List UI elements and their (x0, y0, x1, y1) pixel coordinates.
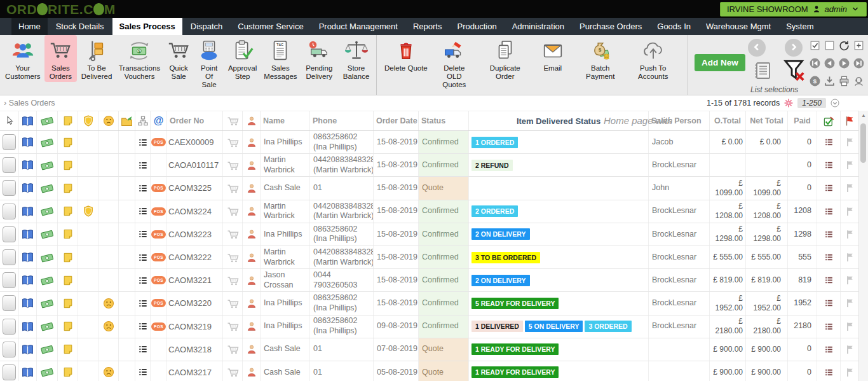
row-menu-icon[interactable] (824, 275, 834, 285)
toolbar-point-of-sale-button[interactable]: Point Of Sale (194, 35, 224, 91)
currency-icon[interactable] (808, 73, 822, 90)
order-lines-icon[interactable] (138, 367, 148, 377)
row-select-checkbox[interactable] (3, 226, 16, 242)
payment-icon[interactable] (39, 181, 55, 195)
download-icon[interactable] (822, 73, 836, 90)
row-select-checkbox[interactable] (3, 272, 16, 288)
row-select-checkbox[interactable] (3, 364, 16, 380)
list-selections-button[interactable] (752, 60, 772, 81)
row-menu-icon[interactable] (824, 137, 834, 147)
payment-icon[interactable] (39, 227, 55, 241)
first-page-icon[interactable] (808, 55, 822, 73)
select-all-checkbox-icon[interactable] (808, 38, 822, 55)
vertical-scrollbar[interactable]: ▲ (858, 111, 868, 381)
order-notes-icon[interactable] (21, 251, 34, 264)
order-notes-icon[interactable] (21, 320, 34, 333)
payment-icon[interactable] (39, 135, 55, 149)
scrollbar-up-arrow[interactable]: ▲ (859, 111, 868, 120)
nav-item-customer-service[interactable]: Customer Service (231, 18, 310, 35)
add-new-button[interactable]: Add New (695, 54, 745, 71)
order-lines-icon[interactable] (138, 160, 148, 170)
payment-icon[interactable] (39, 319, 55, 333)
order-number[interactable]: CAOM3217 (167, 368, 212, 377)
order-lines-icon[interactable] (138, 206, 148, 216)
order-lines-icon[interactable] (138, 321, 148, 331)
refresh-icon[interactable] (837, 38, 851, 55)
toolbar-sales-messages-button[interactable]: Sales Messages (261, 35, 299, 82)
note-icon[interactable] (62, 228, 74, 240)
flag-icon[interactable] (844, 183, 855, 193)
order-lines-icon[interactable] (138, 344, 148, 354)
flag-icon[interactable] (844, 160, 855, 170)
row-menu-icon[interactable] (824, 253, 834, 262)
flag-icon[interactable] (844, 321, 855, 332)
toolbar-sales-orders-button[interactable]: Sales Orders (44, 35, 78, 82)
nav-item-home[interactable]: Home (11, 18, 48, 35)
toolbar-duplicate-order-button[interactable]: Duplicate Order (478, 35, 532, 82)
page-range-selector[interactable]: 1-250 (797, 98, 826, 108)
store-user-button[interactable]: IRVINE SHOWROOM admin (720, 2, 867, 17)
nav-item-product-management[interactable]: Product Management (312, 18, 405, 35)
payment-icon[interactable] (39, 296, 55, 310)
note-icon[interactable] (62, 182, 74, 195)
nav-item-goods-in[interactable]: Goods In (650, 18, 698, 35)
order-notes-icon[interactable] (21, 181, 34, 195)
order-number[interactable]: CAOM3221 (167, 275, 212, 285)
row-select-checkbox[interactable] (3, 295, 16, 311)
note-icon[interactable] (62, 297, 74, 310)
order-number[interactable]: CAOM3223 (167, 230, 212, 239)
order-lines-icon[interactable] (138, 229, 148, 239)
nav-item-system[interactable]: System (779, 18, 820, 35)
flag-icon[interactable] (844, 229, 855, 240)
order-notes-icon[interactable] (21, 135, 34, 149)
order-notes-icon[interactable] (21, 274, 34, 287)
row-select-checkbox[interactable] (3, 342, 16, 357)
order-number[interactable]: CAOM3220 (167, 298, 212, 308)
note-icon[interactable] (62, 343, 74, 356)
scroll-right-button[interactable] (785, 39, 803, 57)
toolbar-to-be-delivered-button[interactable]: To Be Delivered (78, 35, 114, 82)
note-icon[interactable] (62, 274, 74, 287)
note-icon[interactable] (62, 251, 74, 264)
order-notes-icon[interactable] (21, 296, 34, 310)
flag-icon[interactable] (844, 137, 855, 148)
toolbar-your-customers-button[interactable]: Your Customers (3, 35, 43, 82)
row-menu-icon[interactable] (824, 207, 834, 216)
payment-icon[interactable] (39, 342, 55, 356)
prev-page-icon[interactable] (822, 55, 836, 73)
last-page-icon[interactable] (851, 55, 865, 73)
order-number[interactable]: CAOM3224 (167, 207, 212, 216)
flag-icon[interactable] (844, 298, 855, 308)
next-page-icon[interactable] (837, 55, 851, 73)
toolbar-store-balance-button[interactable]: Store Balance (339, 35, 374, 82)
payment-icon[interactable] (39, 204, 55, 218)
order-notes-icon[interactable] (21, 205, 34, 218)
order-number[interactable]: CAOM3219 (167, 322, 212, 331)
order-notes-icon[interactable] (21, 228, 34, 241)
toolbar-batch-payment-button[interactable]: Batch Payment (574, 35, 627, 82)
note-icon[interactable] (62, 320, 74, 333)
order-notes-icon[interactable] (21, 158, 34, 172)
nav-item-stock-details[interactable]: Stock Details (49, 18, 111, 35)
nav-item-reports[interactable]: Reports (406, 18, 449, 35)
row-select-checkbox[interactable] (3, 134, 16, 150)
order-number[interactable]: CAOM3225 (167, 183, 212, 193)
row-menu-icon[interactable] (824, 298, 834, 308)
order-notes-icon[interactable] (21, 343, 34, 356)
order-lines-icon[interactable] (138, 183, 148, 193)
row-menu-icon[interactable] (824, 183, 834, 193)
note-icon[interactable] (62, 136, 74, 149)
scroll-left-button[interactable] (748, 39, 766, 57)
payment-icon[interactable] (39, 251, 55, 265)
deselect-checkbox-icon[interactable] (822, 38, 836, 55)
order-lines-icon[interactable] (138, 298, 148, 308)
payment-icon[interactable] (39, 158, 55, 172)
row-select-checkbox[interactable] (3, 249, 16, 265)
settings-gear-icon[interactable] (783, 98, 794, 108)
toolbar-pending-delivery-button[interactable]: Pending Delivery (301, 35, 337, 82)
flag-icon[interactable] (844, 252, 855, 263)
nav-item-production[interactable]: Production (450, 18, 503, 35)
order-lines-icon[interactable] (138, 137, 148, 148)
records-dropdown-icon[interactable] (830, 98, 840, 108)
nav-item-sales-process[interactable]: Sales Process (112, 18, 182, 35)
